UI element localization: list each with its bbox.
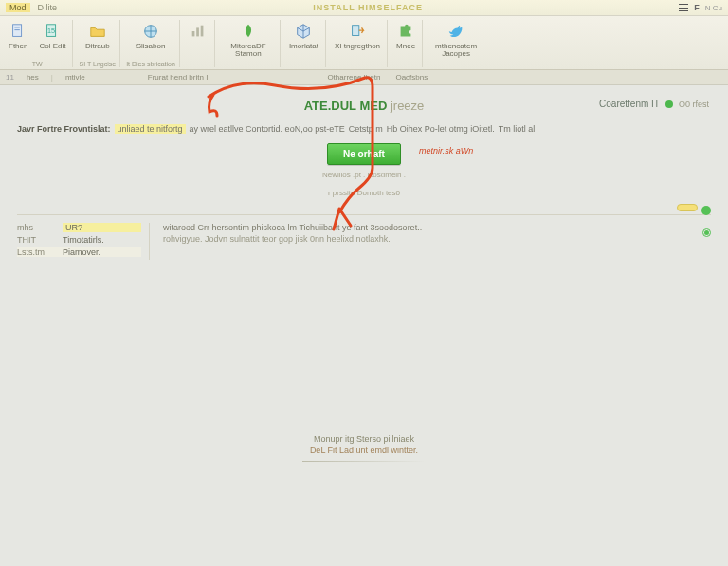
svg-text:15: 15 (48, 27, 56, 35)
ribbon-label: MitoreaDF Stamon (224, 43, 273, 58)
puzzle-icon (396, 22, 415, 41)
bird-icon (446, 22, 465, 41)
status-dot-icon (665, 100, 673, 108)
desc-lead: Javr Fortre Frovntislat: (17, 124, 111, 134)
doc-teal-icon: 15 (43, 22, 62, 41)
footer-rule (302, 461, 426, 462)
footer-block: Monupr itg Sterso pillniaek DeL Fit Lad … (0, 434, 728, 462)
ribbon-group-label: TW (32, 61, 43, 67)
meta-key: mhs (17, 223, 55, 232)
status-block: Coaretfenm IT O0 rfest (599, 99, 709, 109)
sub-tab-4[interactable]: Oacfsbns (392, 72, 430, 82)
meta-row[interactable]: Lsts.tm Piamover. (17, 247, 141, 257)
radio-dot-icon[interactable] (702, 228, 711, 237)
ribbon-label: mthencatem Jacopes (431, 43, 481, 58)
chart-icon (189, 22, 208, 41)
status-sub: O0 rfest (679, 100, 709, 109)
ribbon-btn-7[interactable]: XI tngregthon (332, 20, 383, 52)
folder-icon (88, 22, 107, 41)
subnote-1: Newillos .pt . Rosdmeln . (17, 171, 711, 179)
app-title: INSTALL HIMSELFACE (64, 3, 671, 12)
callout-text: metnir.sk aWn (419, 146, 473, 155)
sub-tabs: 11 hes | mtivle Frurat hend britn I Otha… (0, 70, 728, 85)
ribbon-label: XI tngregthon (335, 43, 380, 50)
ribbon-label: Col Edit (39, 43, 65, 50)
ribbon-label: Fthen (9, 43, 27, 50)
meta-key: THIT (17, 235, 55, 245)
desc-tail: Tm liotl al (499, 124, 536, 134)
ribbon-btn-8[interactable]: Mnee (393, 20, 418, 52)
footer-line-1: Monupr itg Sterso pillniaek (0, 434, 728, 444)
titlebar: Mod D lite INSTALL HIMSELFACE F N Cu (0, 0, 728, 15)
ribbon-label: Slisabon (136, 43, 166, 50)
details-panel: mhs UR? THIT Timotatirls. Lsts.tm Piamov… (17, 214, 711, 260)
ribbon-btn-2[interactable]: Ditraub (82, 20, 113, 52)
ribbon-btn-0[interactable]: Fthen (6, 20, 30, 52)
sub-tab-3[interactable]: Otharrene Ihetn (324, 72, 383, 82)
ribbon-btn-5[interactable]: MitoreaDF Stamon (221, 20, 276, 60)
title-tag-1: Mod (6, 3, 30, 12)
ribbon-label: Ditraub (85, 43, 110, 50)
ribbon-btn-9[interactable]: mthencatem Jacopes (428, 20, 483, 60)
globe-icon (141, 22, 160, 41)
ribbon-btn-1[interactable]: 15 Col Edit (36, 20, 68, 52)
sub-tab-1[interactable]: mtivle (63, 72, 88, 82)
svg-rect-9 (353, 26, 359, 36)
desc-mid2: Cetstp m (349, 124, 383, 134)
hamburger-icon[interactable] (679, 4, 688, 11)
panel-right: witarood Crr hersontim phiskoca lm Tichu… (150, 223, 711, 260)
svg-rect-6 (192, 31, 195, 36)
panel-text-line: rohvigyue. Jodvn sulnattit teor gop jisk… (163, 234, 711, 244)
ribbon: Fthen 15 Col Edit TW Ditraub SI T Lngcis… (0, 15, 728, 70)
ribbon-btn-4[interactable] (186, 20, 210, 45)
meta-key: Lsts.tm (17, 247, 55, 257)
description-line: Javr Fortre Frovntislat: unliaed te nitf… (17, 124, 711, 134)
ribbon-label: Mnee (396, 43, 415, 50)
subnote-2: r prssite Domoth tes0 (17, 189, 711, 197)
desc-mid3: Hb Oihex Po-let otmg iOitetl. (387, 124, 495, 134)
status-text: Coaretfenm IT (599, 99, 660, 109)
primary-action-button[interactable]: Ne orhaft (327, 143, 401, 165)
arrow-icon (348, 22, 367, 41)
svg-rect-1 (15, 27, 20, 28)
sub-tab-2[interactable]: Frurat hend britn I (145, 72, 211, 82)
desc-highlight: unliaed te nitfortg (115, 124, 186, 134)
ribbon-btn-3[interactable]: Slisabon (134, 20, 169, 52)
meta-val: Piamover. (63, 247, 141, 257)
title-right-1: F (694, 3, 700, 12)
main-content: ATE.DUL MED jreeze Coaretfenm IT O0 rfes… (0, 85, 728, 273)
meta-row[interactable]: THIT Timotatirls. (17, 235, 141, 245)
doc-blue-icon (9, 22, 27, 41)
footer-line-2: DeL Fit Lad unt emdl wintter. (0, 446, 728, 455)
meta-val: Timotatirls. (63, 235, 141, 245)
panel-left: mhs UR? THIT Timotatirls. Lsts.tm Piamov… (17, 223, 150, 260)
heading-tail: jreeze (391, 99, 424, 113)
yellow-pill-icon (677, 204, 698, 211)
sub-tab-0[interactable]: hes (24, 72, 42, 82)
meta-row[interactable]: mhs UR? (17, 223, 141, 232)
desc-mid1: ay wrel eatllve Contortid. eoN,oo pst-eT… (190, 124, 345, 134)
panel-text-line: witarood Crr hersontim phiskoca lm Tichu… (163, 223, 711, 232)
svg-rect-8 (201, 26, 204, 37)
title-tag-2: D lite (38, 3, 58, 12)
cube-icon (294, 22, 313, 41)
meta-val: UR? (63, 223, 141, 232)
ribbon-btn-6[interactable]: Imorlatat (286, 20, 321, 52)
svg-rect-2 (15, 29, 20, 30)
heading-main: ATE.DUL MED (304, 99, 388, 113)
title-right-2: N Cu (705, 4, 722, 12)
ribbon-label: Imorlatat (289, 43, 318, 50)
leaf-icon (239, 22, 258, 41)
green-dot-icon (701, 206, 711, 215)
ribbon-group-label: SI T Lngcise (79, 61, 116, 67)
svg-rect-7 (196, 27, 199, 36)
sub-left-key: 11 (6, 73, 14, 82)
ribbon-group-label: It Dies sbrication (126, 61, 175, 67)
